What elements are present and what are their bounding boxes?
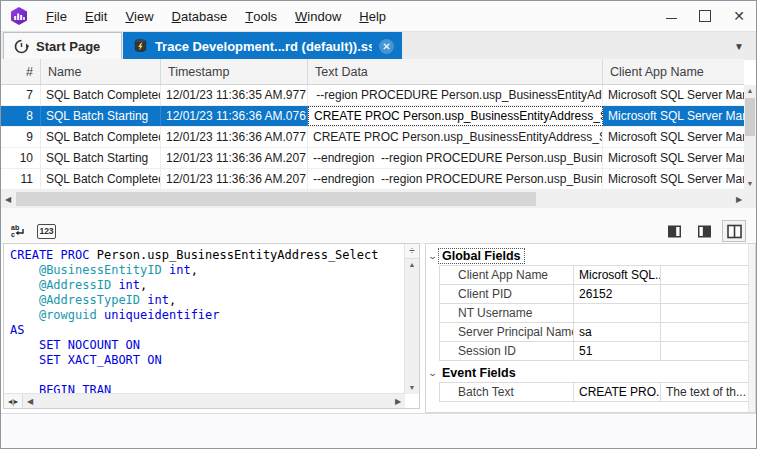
layout-right-button[interactable]	[692, 220, 716, 242]
cell-name[interactable]: SQL Batch Starting	[41, 106, 161, 126]
field-value[interactable]: 51	[574, 342, 661, 360]
field-row[interactable]: Batch TextCREATE PRO...The text of th...	[440, 383, 752, 402]
editor-scroll-up-icon[interactable]: ▲	[405, 259, 419, 271]
field-desc[interactable]: The text of th...	[661, 383, 752, 401]
field-label[interactable]: Server Principal Name	[440, 323, 574, 341]
field-label[interactable]: NT Username	[440, 304, 574, 322]
tab-list-dropdown-icon[interactable]: ▼	[734, 41, 744, 52]
table-row[interactable]: 11SQL Batch Completed12/01/23 11:36:36 A…	[1, 169, 744, 190]
field-value[interactable]: CREATE PRO...	[574, 383, 661, 401]
line-numbers-button[interactable]: 123	[37, 224, 56, 239]
menu-item-help[interactable]: Help	[350, 1, 395, 31]
group-header-event-fields[interactable]: ⌄Event Fields	[426, 364, 755, 382]
cell-timestamp[interactable]: 12/01/23 11:36:36 AM.076	[161, 106, 308, 126]
menu-item-view[interactable]: View	[116, 1, 162, 31]
tab-close-icon[interactable]: ✕	[379, 39, 394, 54]
cell-client-app[interactable]: Microsoft SQL Server Mana	[603, 127, 744, 147]
splitter-grip-icon[interactable]: ÷	[405, 244, 419, 259]
cell-timestamp[interactable]: 12/01/23 11:36:35 AM.977	[161, 85, 308, 105]
menu-item-database[interactable]: Database	[163, 1, 237, 31]
table-row[interactable]: 8SQL Batch Starting12/01/23 11:36:36 AM.…	[1, 106, 744, 127]
table-row[interactable]: 9SQL Batch Completed12/01/23 11:36:36 AM…	[1, 127, 744, 148]
tab-start-page[interactable]: Start Page	[3, 32, 122, 60]
cell-name[interactable]: SQL Batch Completed	[41, 169, 161, 189]
cell-text-data[interactable]: --endregion --region PROCEDURE Person.us…	[308, 148, 603, 168]
chevron-down-icon[interactable]: ⌄	[423, 368, 441, 378]
maximize-button[interactable]	[688, 1, 722, 31]
cell-text-data[interactable]: CREATE PROC Person.usp_BusinessEntityAdd…	[308, 127, 603, 147]
field-desc[interactable]	[661, 342, 752, 360]
cell-text-data[interactable]: CREATE PROC Person.usp_BusinessEntityAdd…	[308, 106, 603, 126]
layout-left-button[interactable]	[662, 220, 686, 242]
tab-trace[interactable]: Trace Development...rd (default)).ssp* ✕	[123, 32, 402, 60]
cell-name[interactable]: SQL Batch Completed	[41, 127, 161, 147]
scroll-right-icon[interactable]: ▶	[732, 195, 746, 204]
grid-vertical-scrollbar[interactable]: ▲ ▼	[744, 85, 756, 190]
field-label[interactable]: Client App Name	[440, 266, 574, 284]
cell-num[interactable]: 11	[1, 169, 41, 189]
cell-num[interactable]: 10	[1, 148, 41, 168]
close-button[interactable]: ✕	[722, 1, 756, 31]
split-handle-icon[interactable]: ◂|▸	[4, 394, 23, 408]
cell-text-data[interactable]: --region PROCEDURE Person.usp_BusinessEn…	[308, 85, 603, 105]
cell-name[interactable]: SQL Batch Starting	[41, 148, 161, 168]
field-desc[interactable]	[661, 323, 752, 341]
menu-item-window[interactable]: Window	[286, 1, 350, 31]
cell-timestamp[interactable]: 12/01/23 11:36:36 AM.207	[161, 169, 308, 189]
minimize-button[interactable]	[654, 1, 688, 31]
cell-client-app[interactable]: Microsoft SQL Server Mana	[603, 169, 744, 189]
column-header-client-app-name[interactable]: Client App Name	[603, 59, 744, 84]
cell-client-app[interactable]: Microsoft SQL Server Mana	[603, 85, 744, 105]
cell-text-data[interactable]: --endregion --region PROCEDURE Person.us…	[308, 169, 603, 189]
grid-hscroll-thumb[interactable]	[16, 192, 536, 206]
field-value[interactable]: sa	[574, 323, 661, 341]
column-header-name[interactable]: Name	[41, 59, 161, 84]
menu-item-tools[interactable]: Tools	[236, 1, 286, 31]
field-row[interactable]: Server Principal Namesa	[440, 323, 752, 342]
cell-timestamp[interactable]: 12/01/23 11:36:36 AM.207	[161, 148, 308, 168]
field-value[interactable]: 26152	[574, 285, 661, 303]
cell-num[interactable]: 7	[1, 85, 41, 105]
editor-horizontal-scrollbar[interactable]: ◂|▸ ◀ ▶	[4, 393, 405, 408]
scroll-down-icon[interactable]: ▼	[744, 178, 756, 190]
word-wrap-button[interactable]: ab c	[9, 222, 27, 240]
field-label[interactable]: Session ID	[440, 342, 574, 360]
chevron-down-icon[interactable]: ⌄	[423, 251, 441, 261]
column-header-text-data[interactable]: Text Data	[308, 59, 603, 84]
cell-name[interactable]: SQL Batch Completed	[41, 85, 161, 105]
column-header--[interactable]: #	[1, 59, 41, 84]
field-value[interactable]: Microsoft SQL...	[574, 266, 661, 284]
sql-code[interactable]: CREATE PROC Person.usp_BusinessEntityAdd…	[4, 246, 405, 394]
cell-client-app[interactable]: Microsoft SQL Server Mana	[603, 148, 744, 168]
menu-item-edit[interactable]: Edit	[76, 1, 116, 31]
field-label[interactable]: Client PID	[440, 285, 574, 303]
scroll-left-icon[interactable]: ◀	[1, 195, 15, 204]
editor-vertical-scrollbar[interactable]: ÷ ▲ ▼	[404, 244, 419, 394]
editor-scroll-down-icon[interactable]: ▼	[405, 382, 419, 394]
field-label[interactable]: Batch Text	[440, 383, 574, 401]
field-value[interactable]	[574, 304, 661, 322]
field-desc[interactable]	[661, 266, 752, 284]
field-row[interactable]: NT Username	[440, 304, 752, 323]
cell-client-app[interactable]: Microsoft SQL Server Mana	[603, 106, 744, 126]
pane-splitter[interactable]: ⌄	[1, 208, 756, 219]
table-row[interactable]: 7SQL Batch Completed12/01/23 11:36:35 AM…	[1, 85, 744, 106]
grid-horizontal-scrollbar[interactable]: ◀ ▶	[1, 190, 746, 208]
layout-split-button[interactable]	[722, 220, 746, 242]
group-header-global-fields[interactable]: ⌄Global Fields	[426, 247, 755, 265]
column-header-timestamp[interactable]: Timestamp	[161, 59, 308, 84]
menu-item-file[interactable]: File	[37, 1, 76, 31]
editor-scroll-right-icon[interactable]: ▶	[391, 397, 405, 406]
cell-timestamp[interactable]: 12/01/23 11:36:36 AM.077	[161, 127, 308, 147]
sql-text-editor[interactable]: CREATE PROC Person.usp_BusinessEntityAdd…	[3, 243, 420, 409]
field-desc[interactable]	[661, 285, 752, 303]
scroll-up-icon[interactable]: ▲	[744, 85, 756, 97]
grid-vscroll-thumb[interactable]	[745, 98, 755, 136]
field-row[interactable]: Client App NameMicrosoft SQL...	[440, 266, 752, 285]
table-row[interactable]: 10SQL Batch Starting12/01/23 11:36:36 AM…	[1, 148, 744, 169]
cell-num[interactable]: 8	[1, 106, 41, 126]
field-row[interactable]: Client PID26152	[440, 285, 752, 304]
editor-scroll-left-icon[interactable]: ◀	[23, 397, 37, 406]
field-row[interactable]: Session ID51	[440, 342, 752, 361]
cell-num[interactable]: 9	[1, 127, 41, 147]
